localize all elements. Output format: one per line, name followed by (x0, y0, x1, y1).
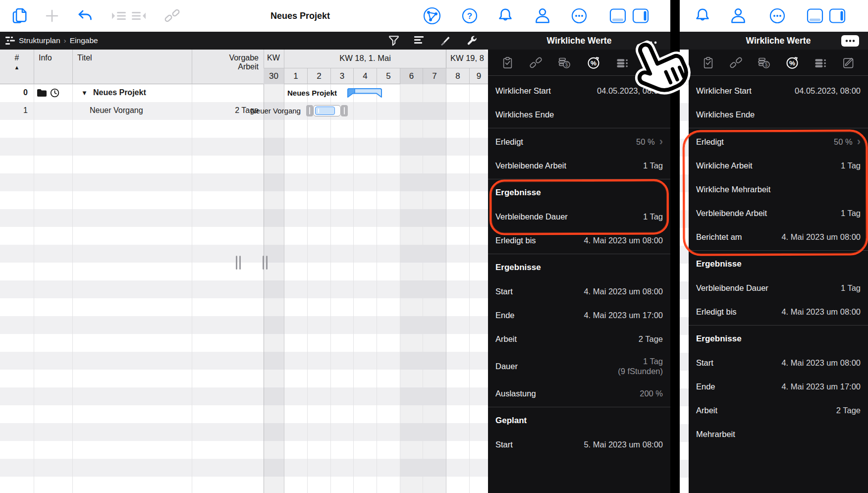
field-row[interactable]: Erledigt bis4. Mai 2023 um 08:00 (689, 300, 868, 324)
layout-right-icon[interactable] (828, 8, 846, 24)
timeline-kw-header: KW (264, 50, 284, 68)
notifications-icon[interactable] (694, 7, 711, 25)
tab-coins-dollar-icon[interactable]: $ (757, 56, 771, 69)
field-row[interactable]: Verbleibende Dauer1 Tag (689, 276, 868, 300)
layout-bottom-icon[interactable] (806, 8, 824, 24)
link-icon[interactable] (164, 7, 181, 24)
field-row[interactable]: Erledigt50 %› (488, 130, 670, 154)
column-resize-grip[interactable] (236, 256, 241, 270)
project-summary-bar[interactable] (347, 88, 382, 101)
more-icon[interactable] (768, 7, 786, 25)
field-label: Start (495, 287, 513, 296)
inspector-header: Wirkliche Werte (680, 32, 868, 50)
field-row[interactable]: Mehrarbeit (689, 422, 868, 446)
task-bar-left-handle[interactable] (306, 105, 313, 116)
network-icon[interactable] (422, 6, 442, 26)
breadcrumb[interactable]: Strukturplan›Eingabe (19, 36, 98, 45)
notifications-icon[interactable] (496, 7, 514, 25)
field-row[interactable]: Wirkliches Ende (488, 103, 670, 126)
day-cell: 5 (377, 68, 400, 84)
breadcrumb-section[interactable]: Strukturplan (19, 36, 60, 45)
outdent-icon[interactable] (110, 9, 127, 22)
tab-clipboard-check-icon[interactable] (702, 56, 715, 69)
layout-right-icon[interactable] (632, 8, 650, 24)
tab-rows-list-icon[interactable] (615, 56, 629, 69)
inspector-title: Wirkliche Werte (746, 36, 811, 46)
folder-icon[interactable] (37, 89, 47, 99)
column-header-number[interactable]: # ▲ (0, 50, 34, 84)
task-bar-body[interactable] (313, 105, 341, 116)
day-cell: 7 (423, 68, 446, 84)
structure-view-icon (5, 36, 15, 47)
user-icon[interactable] (729, 7, 748, 25)
indent-icon[interactable] (130, 9, 147, 22)
field-value: 1 Tag (643, 161, 663, 170)
field-row[interactable]: Ende4. Mai 2023 um 17:00 (689, 375, 868, 398)
help-icon[interactable]: ? (461, 7, 479, 25)
field-row[interactable]: Start5. Mai 2023 um 08:00 (488, 433, 670, 456)
task-bar[interactable] (306, 105, 348, 116)
outline-list-icon[interactable] (413, 35, 425, 48)
column-header-titel[interactable]: Titel (72, 50, 192, 84)
field-label: Wirkliches Ende (696, 110, 755, 119)
tab-percent-circle-icon[interactable]: % (587, 55, 600, 69)
column-resize-grip[interactable] (263, 256, 268, 270)
field-value: 4. Mai 2023 um 08:00 (584, 236, 663, 245)
settings-wrench-icon[interactable] (466, 35, 478, 49)
column-header-info[interactable]: Info (34, 50, 72, 84)
breadcrumb-page[interactable]: Eingabe (70, 36, 98, 45)
inspector-more-icon[interactable] (644, 38, 659, 47)
task-bar-right-handle[interactable] (341, 105, 348, 116)
tab-compose-icon[interactable] (644, 56, 657, 69)
row-title[interactable]: Neues Projekt (93, 88, 146, 97)
field-label: Verbleibende Dauer (696, 283, 768, 293)
add-icon[interactable] (44, 8, 60, 24)
column-header-vorgabe-arbeit[interactable]: VorgabeArbeit (192, 50, 264, 84)
documents-icon[interactable] (11, 7, 29, 25)
undo-icon[interactable] (77, 8, 94, 24)
field-row[interactable]: Arbeit2 Tage (689, 398, 868, 422)
annotation-oval (489, 179, 669, 235)
style-brush-icon[interactable] (439, 35, 451, 49)
timeline-week1-header: KW 18, 1. Mai (284, 50, 446, 68)
tab-link-icon[interactable] (729, 56, 743, 69)
field-row[interactable]: Verbleibende Arbeit1 Tag (488, 154, 670, 177)
field-row[interactable]: Start4. Mai 2023 um 08:00 (689, 351, 868, 375)
more-icon[interactable] (570, 7, 588, 25)
field-label: Dauer (495, 362, 518, 371)
inspector-more-button[interactable] (841, 35, 859, 49)
table-row[interactable]: 0 ▼ Neues Projekt Neues Projekt (0, 84, 488, 102)
day-cell: 4 (353, 68, 377, 84)
field-row[interactable]: Auslastung200 % (488, 382, 670, 405)
day-cell: 2 (307, 68, 330, 84)
row-title[interactable]: Neuer Vorgang (90, 106, 143, 115)
filter-icon[interactable] (388, 35, 400, 49)
layout-bottom-icon[interactable] (609, 8, 627, 24)
top-toolbar (680, 0, 868, 32)
tab-clipboard-check-icon[interactable] (501, 56, 514, 69)
timeline-week2-header: KW 19, 8 (446, 50, 488, 68)
user-icon[interactable] (533, 7, 552, 25)
field-row[interactable]: Arbeit2 Tage (488, 327, 670, 351)
field-value: 5. Mai 2023 um 08:00 (584, 440, 663, 449)
disclosure-triangle-icon[interactable]: ▼ (81, 89, 88, 97)
clock-icon[interactable] (50, 88, 59, 100)
field-row[interactable]: Dauer1 Tag(9 fStunden) (488, 351, 670, 382)
tab-link-icon[interactable] (529, 56, 542, 69)
chevron-right-icon: › (659, 138, 663, 146)
field-row[interactable]: Wirklicher Start04.05.2023, 08:00 (488, 79, 670, 103)
field-row[interactable]: Wirkliches Ende (689, 103, 868, 126)
tab-percent-circle-icon[interactable]: % (785, 55, 799, 69)
screenshot-divider (670, 0, 680, 493)
svg-text:%: % (789, 59, 795, 67)
field-row[interactable]: Start4. Mai 2023 um 08:00 (488, 279, 670, 303)
tab-compose-icon[interactable] (842, 56, 855, 69)
field-value: 04.05.2023, 08:00 (795, 86, 861, 96)
tab-coins-dollar-icon[interactable]: $ (557, 56, 571, 69)
field-row[interactable]: Wirklicher Start04.05.2023, 08:00 (689, 79, 868, 103)
table-row[interactable]: 1 Neuer Vorgang 2 Tage Neuer Vorgang (0, 102, 488, 120)
field-value: 4. Mai 2023 um 08:00 (781, 358, 861, 368)
gantt-sliver (680, 50, 689, 493)
tab-rows-list-icon[interactable] (814, 56, 827, 69)
field-row[interactable]: Ende4. Mai 2023 um 17:00 (488, 303, 670, 327)
